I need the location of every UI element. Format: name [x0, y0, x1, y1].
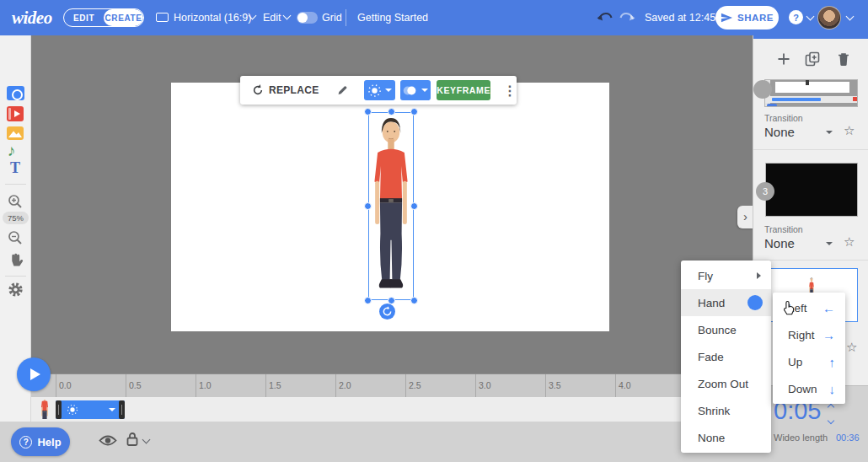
edit-mode-button[interactable]: EDIT [64, 9, 104, 26]
collapse-chevron-icon: › [743, 209, 747, 223]
clip-left-handle[interactable] [56, 400, 62, 419]
visibility-eye-icon[interactable] [99, 434, 117, 447]
transition-caret-3-icon[interactable] [826, 242, 833, 245]
menu-item-fly[interactable]: Fly [681, 262, 771, 289]
submenu-item-down[interactable]: Down ↓ [773, 375, 845, 402]
slide-thumbnail-2[interactable] [764, 79, 858, 107]
rotate-handle[interactable] [379, 304, 395, 320]
selection-handle-top-right[interactable] [410, 108, 418, 116]
edit-menu[interactable]: Edit [263, 12, 281, 24]
ruler-tick: 2.5 [409, 380, 421, 390]
duplicate-slide-icon[interactable] [805, 51, 820, 67]
transition-star-3-icon[interactable]: ☆ [844, 234, 855, 250]
edit-menu-chevron-down-icon[interactable] [283, 12, 292, 20]
image-icon[interactable] [7, 126, 24, 140]
add-slide-icon[interactable] [777, 52, 790, 66]
sidebar-divider [5, 184, 26, 185]
grid-toggle-knob[interactable] [297, 13, 308, 23]
text-tool-icon[interactable]: T [10, 159, 20, 177]
zoom-out-icon[interactable] [8, 230, 23, 245]
zoom-in-icon[interactable] [8, 194, 23, 209]
clip-caret-icon[interactable] [109, 408, 115, 411]
top-bar: wideo EDIT CREATE Horizontal (16:9) Edit… [0, 0, 868, 35]
video-library-icon[interactable] [7, 106, 24, 121]
redo-icon[interactable] [619, 11, 635, 23]
exit-animation-button[interactable] [400, 80, 431, 100]
ruler-tick: 0.0 [59, 380, 72, 390]
transition-star-4-icon[interactable]: ☆ [846, 340, 857, 355]
ruler-tick: 1.0 [199, 380, 212, 390]
edit-pencil-icon[interactable] [337, 84, 347, 97]
help-menu-icon[interactable]: ? [789, 10, 803, 24]
getting-started-link[interactable]: Getting Started [357, 12, 428, 24]
duration-increase-icon[interactable] [828, 404, 834, 411]
transition-caret-2-icon[interactable] [826, 131, 833, 134]
panel-divider [753, 149, 868, 150]
transition-label-3: Transition [764, 224, 803, 234]
rotate-icon [382, 306, 393, 317]
keyframe-button[interactable]: KEYFRAME [437, 80, 490, 100]
send-icon [721, 13, 733, 23]
zoom-level-badge[interactable]: 75% [3, 212, 29, 224]
hand-selected-dot [747, 295, 763, 310]
selection-handle-top-left[interactable] [364, 108, 372, 116]
slide-thumbnail-3[interactable] [765, 163, 858, 217]
selection-handle-bottom-right[interactable] [410, 297, 418, 304]
submenu-item-right[interactable]: Right → [773, 321, 845, 348]
settings-gear-icon[interactable] [8, 282, 24, 298]
clip-animation-icon [67, 404, 78, 416]
share-button[interactable]: SHARE [715, 6, 779, 30]
ruler-tick: 4.0 [619, 380, 631, 390]
wideo-logo[interactable]: wideo [12, 8, 52, 29]
timeline-track-row [31, 397, 753, 422]
selection-handle-bottom-left[interactable] [364, 297, 372, 304]
format-dropdown[interactable]: Horizontal (16:9) [174, 12, 251, 24]
animation-track-clip[interactable] [56, 400, 125, 419]
exit-caret-icon [421, 89, 428, 92]
account-chevron-down-icon[interactable] [846, 13, 855, 21]
lock-icon[interactable] [126, 432, 139, 447]
create-mode-button[interactable]: CREATE [104, 9, 143, 26]
ruler-tick: 2.0 [339, 380, 351, 390]
duration-decrease-icon[interactable] [828, 417, 834, 424]
transition-value-3[interactable]: None [764, 236, 795, 250]
replace-label: REPLACE [269, 84, 319, 96]
help-button[interactable]: ? Help [11, 427, 70, 456]
menu-item-shrink[interactable]: Shrink [681, 397, 771, 424]
selection-handle-mid-right[interactable] [410, 202, 418, 210]
menu-item-bounce[interactable]: Bounce [681, 316, 771, 343]
help-chevron-down-icon[interactable] [806, 13, 815, 21]
replace-button[interactable]: REPLACE [252, 84, 319, 96]
undo-icon[interactable] [597, 11, 613, 23]
selection-handle-top-center[interactable] [388, 108, 395, 116]
timeline-ruler[interactable]: 0.0 0.5 1.0 1.5 2.0 2.5 3.0 3.5 4.0 [31, 373, 753, 397]
submenu-arrow-icon [757, 272, 761, 279]
selection-toolbar: REPLACE KEYFRAME ⋮ [240, 76, 517, 105]
entrance-animation-button[interactable] [364, 80, 395, 100]
selected-character[interactable] [368, 112, 414, 300]
edit-create-toggle[interactable]: EDIT CREATE [63, 8, 144, 27]
refresh-icon [252, 84, 264, 96]
ruler-tick: 1.5 [269, 380, 281, 390]
delete-slide-icon[interactable] [837, 51, 850, 67]
pan-hand-icon[interactable] [8, 250, 24, 266]
menu-item-none[interactable]: None [681, 424, 771, 451]
mouse-cursor-hand-icon [782, 300, 796, 317]
play-button[interactable] [17, 357, 51, 391]
clip-right-handle[interactable] [119, 400, 125, 419]
avatar[interactable] [817, 6, 841, 30]
more-options-kebab-icon[interactable]: ⋮ [503, 83, 517, 99]
selection-handle-mid-left[interactable] [364, 202, 372, 210]
submenu-item-up[interactable]: Up ↑ [773, 348, 845, 375]
transition-star-2-icon[interactable]: ☆ [844, 123, 855, 138]
transition-value-2[interactable]: None [764, 125, 795, 139]
wideo-length-label: Wideo length [774, 432, 828, 443]
lock-chevron-down-icon[interactable] [142, 436, 151, 444]
menu-item-fade[interactable]: Fade [681, 343, 771, 370]
music-icon[interactable]: ♪ [8, 142, 16, 160]
track-object-thumbnail[interactable] [38, 400, 52, 419]
panel-collapse-handle[interactable]: › [737, 206, 753, 228]
menu-item-zoom-out[interactable]: Zoom Out [681, 370, 771, 397]
ruler-tick: 3.0 [479, 380, 491, 390]
photo-objects-icon[interactable] [7, 86, 24, 100]
